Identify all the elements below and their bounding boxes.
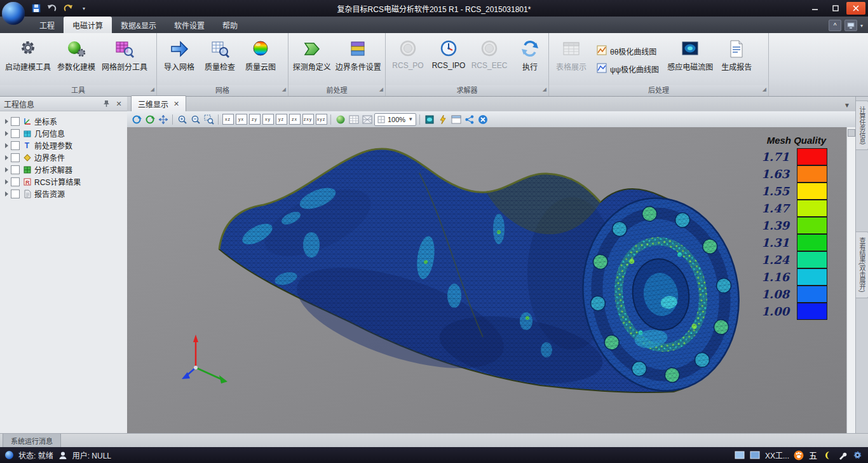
rcs-eec-button[interactable]: RCS_EEC [469,35,510,85]
zoom-window-icon[interactable] [203,113,215,125]
close-view-icon[interactable] [477,113,489,125]
rcs-ipo-button[interactable]: RCS_IPO [428,35,469,85]
orbit-icon[interactable] [130,113,142,125]
tab-project[interactable]: 工程 [31,17,64,33]
generate-report-button[interactable]: 生成报告 [716,35,757,85]
table-display-button[interactable]: 表格展示 [551,35,592,85]
view-results-vertical-tab[interactable]: 查看结果(双击展开) [856,232,868,298]
expander-icon[interactable] [5,131,8,136]
wrench-icon[interactable] [837,450,848,460]
checkbox[interactable] [11,117,20,126]
quality-check-button[interactable]: 质量检查 [200,35,240,85]
export-view-icon[interactable] [463,113,475,125]
dialog-launcher-icon[interactable]: ◢ [379,84,383,95]
tab-3d-display[interactable]: 三维显示 ✕ [131,95,186,111]
taskbar-window-icon[interactable] [750,450,761,460]
dialog-launcher-icon[interactable]: ◢ [282,84,286,95]
dialog-launcher-icon[interactable]: ◢ [151,84,154,95]
dialog-launcher-icon[interactable]: ◢ [763,84,766,95]
view-iso2-icon[interactable]: xyz [315,113,327,125]
expander-icon[interactable] [5,167,8,172]
redo-button[interactable] [62,3,74,14]
system-messages-tab[interactable]: 系统运行消息 [3,434,61,447]
tree-item-boundary-conditions[interactable]: 边界条件 [4,151,127,163]
close-icon[interactable]: ✕ [173,100,179,108]
boundary-condition-settings-button[interactable]: 边界条件设置 [333,35,383,85]
expander-icon[interactable] [5,191,8,197]
expander-icon[interactable] [5,155,8,160]
checkbox[interactable] [11,190,20,198]
tree-item-geometry-info[interactable]: 几何信息 [4,127,127,139]
collapse-handle[interactable] [848,129,855,137]
ime-paw-icon[interactable] [794,450,804,460]
mesh-partition-tool-button[interactable]: 网格剖分工具 [98,35,151,85]
shaded-view-icon[interactable] [334,113,346,125]
view-iso1-icon[interactable]: zxy [302,113,314,125]
theta-polarization-curve-button[interactable]: θθ极化曲线图 [594,45,661,59]
import-mesh-button[interactable]: 导入网格 [159,35,200,85]
pan-icon[interactable] [157,113,169,125]
window-layout-icon[interactable] [450,113,462,125]
moon-icon[interactable] [822,450,832,460]
probe-angle-define-button[interactable]: 探测角定义 [290,35,333,85]
view-yz-icon[interactable]: yz [275,113,287,125]
render-mode-icon[interactable] [423,113,435,125]
tree-item-report-resources[interactable]: 报告资源 [4,188,127,200]
side-scroll-strip[interactable] [846,127,856,434]
save-button[interactable] [31,3,42,14]
tab-em-computation[interactable]: 电磁计算 [64,17,112,33]
view-xy-icon[interactable]: xy [262,113,274,125]
checkbox[interactable] [11,165,20,174]
zoom-in-icon[interactable] [176,113,188,125]
taskbar-app-text[interactable]: XX工... [765,450,789,460]
close-icon[interactable]: ✕ [114,99,123,108]
zoom-level-select[interactable]: 100% ▼ [374,113,416,126]
tab-help[interactable]: 帮助 [214,17,247,33]
display-icon[interactable] [844,20,857,31]
chevron-down-icon[interactable]: ▼ [839,102,855,111]
tree-item-analysis-solver[interactable]: 分析求解器 [4,163,127,176]
close-button[interactable] [846,2,865,15]
chevron-down-icon[interactable]: ▾ [860,23,863,29]
induced-current-map-button[interactable]: 感应电磁流图 [664,35,716,85]
grid-view-icon[interactable] [348,113,360,125]
wireframe-view-icon[interactable] [361,113,373,125]
view-zx-icon[interactable]: zx [288,113,301,125]
ime-mode-label[interactable]: 五 [809,449,817,461]
view-yx-icon[interactable]: yx [235,113,247,125]
checkbox[interactable] [11,153,20,162]
expander-icon[interactable] [5,143,8,148]
maximize-button[interactable] [826,2,845,15]
psi-polarization-curve-button[interactable]: ψψ极化曲线图 [594,62,661,76]
view-xz-icon[interactable]: xz [222,113,234,125]
parametric-modeling-button[interactable]: 参数化建模 [54,35,98,85]
view-zy-icon[interactable]: zy [248,113,261,125]
checkbox[interactable] [11,141,20,150]
minimize-ribbon-icon[interactable]: ^ [829,20,841,31]
spin-icon[interactable] [144,113,156,125]
tab-data-display[interactable]: 数据&显示 [112,17,165,33]
viewport-canvas[interactable]: Mesh Quality 1.71 1.63 1.55 1.47 1.39 1.… [127,127,846,434]
tab-settings[interactable]: 软件设置 [165,17,214,33]
zoom-out-icon[interactable] [189,113,201,125]
gear-icon[interactable] [852,450,863,460]
quality-cloud-map-button[interactable]: 质量云图 [240,35,281,85]
minimize-button[interactable] [806,2,825,15]
launch-modeling-tool-button[interactable]: 启动建模工具 [2,35,54,85]
checkbox[interactable] [11,129,20,138]
checkbox[interactable] [11,177,20,186]
undo-button[interactable] [46,3,58,14]
tree-item-coordinate-system[interactable]: 坐标系 [4,115,127,127]
task-info-vertical-tab[interactable]: 计算任务信息 [856,100,868,150]
dialog-launcher-icon[interactable]: ◢ [543,84,546,95]
taskbar-window-icon[interactable] [735,450,745,460]
tree-item-preprocess-params[interactable]: T 前处理参数 [4,139,127,151]
qat-customize-icon[interactable]: ▾ [78,3,90,14]
expander-icon[interactable] [5,119,8,124]
pin-icon[interactable] [102,99,111,108]
execute-button[interactable]: 执行 [510,35,550,85]
expander-icon[interactable] [5,179,8,184]
light-icon[interactable] [437,113,449,125]
rcs-po-button[interactable]: RCS_PO [388,35,428,85]
tree-item-rcs-results[interactable]: R RCS计算结果 [4,176,127,188]
